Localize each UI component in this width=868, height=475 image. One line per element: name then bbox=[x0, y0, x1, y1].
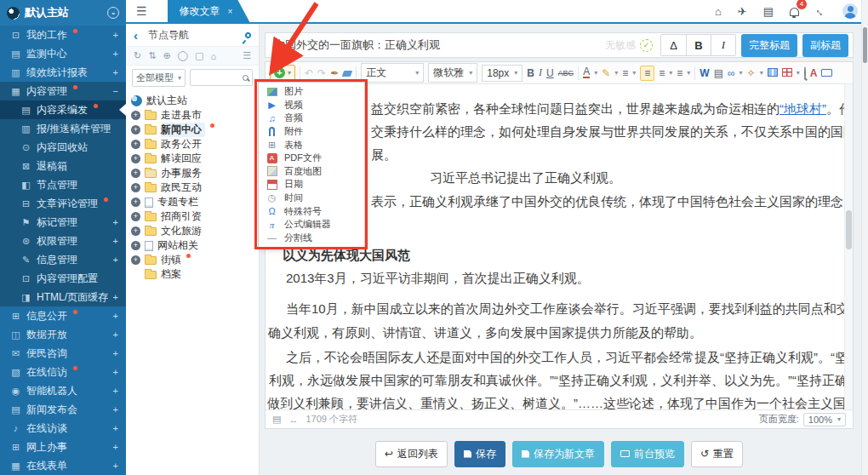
sidebar-item-online-services[interactable]: ⊞ 网上办事 + bbox=[0, 438, 126, 456]
menu-item-baidu-map[interactable]: 百度地图 bbox=[259, 165, 364, 179]
sort-icon[interactable]: ⇅ bbox=[148, 50, 156, 61]
sidebar-item-push-manuscript-management[interactable]: ▥ 报/推送稿件管理 bbox=[0, 119, 126, 138]
sidebar-item-smart-robot[interactable]: ◉ 智能机器人 + bbox=[0, 381, 126, 400]
sidebar-item-press-conference[interactable]: ▤ 新闻发布会 + bbox=[0, 400, 126, 419]
frontend-preview-button[interactable]: 前台预览 bbox=[611, 441, 684, 467]
tree-node-culture-tourism[interactable]: + 文化旅游 bbox=[131, 224, 255, 238]
fullscreen-icon[interactable]: ↔ bbox=[813, 3, 830, 20]
sidebar-item-my-work[interactable]: ⊡ 我的工作 + bbox=[0, 26, 126, 44]
menu-item-attachment[interactable]: 附件 bbox=[259, 125, 364, 139]
scroll-more-icon[interactable]: ▾ bbox=[835, 398, 839, 406]
word-import-icon[interactable]: W bbox=[700, 67, 709, 79]
columns-icon[interactable] bbox=[768, 67, 778, 79]
expand-icon[interactable]: + bbox=[131, 125, 140, 134]
bell-icon[interactable]: 4 bbox=[790, 5, 799, 18]
undo-icon[interactable]: ↶ bbox=[305, 67, 313, 79]
sidebar-item-monitoring-center[interactable]: ▤ 监测中心 + bbox=[0, 44, 126, 63]
expand-icon[interactable]: + bbox=[131, 241, 140, 250]
send-icon[interactable]: ✈ bbox=[738, 5, 747, 18]
page-width-select[interactable]: 100%▾ bbox=[803, 413, 846, 426]
table-icon[interactable] bbox=[782, 67, 792, 79]
sidebar-item-html-cache-generation[interactable]: ◨ HTML/页面缓存生成 + bbox=[0, 288, 126, 306]
expand-icon[interactable]: + bbox=[131, 183, 140, 192]
tree-node-gov-disclosure[interactable]: + 政务公开 bbox=[131, 137, 255, 152]
sidebar-item-content-management[interactable]: ▦ 内容管理 − bbox=[0, 82, 126, 100]
fullscreen-editor-icon[interactable] bbox=[821, 67, 832, 79]
title-italic-button[interactable]: I bbox=[711, 35, 735, 55]
sidebar-item-data-open[interactable]: ◫ 数据开放 + bbox=[0, 325, 126, 344]
format-clean-icon[interactable]: ✧ bbox=[747, 67, 756, 79]
back-to-list-button[interactable]: ↩返回列表 bbox=[375, 441, 448, 467]
menu-item-divider[interactable]: —分割线 bbox=[259, 232, 364, 245]
article-title-input[interactable] bbox=[274, 39, 605, 52]
font-color-button[interactable]: A bbox=[583, 67, 590, 78]
sidebar-item-rejected-box[interactable]: ⊠ 退稿箱 bbox=[0, 157, 126, 175]
sidebar-item-online-petition[interactable]: ▧ 在线信访 + bbox=[0, 363, 126, 381]
highlight-color-button[interactable]: ✎ bbox=[602, 67, 610, 79]
copy-icon[interactable]: ▢ bbox=[195, 50, 203, 61]
unordered-list-button[interactable]: ≡ bbox=[677, 67, 682, 79]
list-view-icon[interactable]: ☰ bbox=[243, 50, 251, 61]
pin-icon[interactable] bbox=[244, 31, 253, 39]
redo-icon[interactable]: ↷ bbox=[317, 67, 326, 79]
tree-node-news-center[interactable]: + 新闻中心 bbox=[131, 123, 255, 137]
menu-item-pdf[interactable]: APDF文件 bbox=[259, 152, 364, 165]
ordered-list-button[interactable]: ≡ bbox=[659, 67, 665, 79]
title-bold-button[interactable]: B bbox=[686, 35, 711, 55]
align-left-button[interactable]: ≡ bbox=[640, 66, 654, 81]
more-caret-icon[interactable]: ▾ bbox=[797, 69, 800, 77]
sidebar-item-content-recycle-bin[interactable]: ⊙ 内容回收站 bbox=[0, 138, 126, 157]
bold-button[interactable]: B bbox=[527, 67, 534, 79]
menu-item-video[interactable]: ▶视频 bbox=[259, 99, 364, 112]
site-view-icon[interactable]: ◯ bbox=[178, 50, 188, 61]
insert-dropdown-button[interactable]: + ▾ bbox=[270, 65, 295, 81]
scrollbar-thumb[interactable] bbox=[863, 27, 867, 63]
user-avatar[interactable] bbox=[842, 3, 858, 19]
tree-node-special-columns[interactable]: + 专题专栏 bbox=[131, 195, 255, 209]
full-title-button[interactable]: 完整标题 bbox=[741, 34, 797, 57]
underline-button[interactable]: U bbox=[546, 67, 554, 79]
subtitle-button[interactable]: 副标题 bbox=[802, 34, 848, 57]
sidebar-item-online-interview[interactable]: ♪ 在线访谈 + bbox=[0, 419, 126, 438]
news-icon[interactable]: ▤ bbox=[763, 5, 774, 18]
letter-a-icon[interactable]: A bbox=[810, 67, 818, 79]
scrollbar-thumb[interactable] bbox=[846, 210, 852, 249]
paste-icon[interactable]: ▤ bbox=[714, 67, 723, 79]
sidebar-item-online-form[interactable]: ▦ 在线表单 + bbox=[0, 456, 126, 475]
sidebar-item-article-comment-management[interactable]: ⊟ 文章评论管理 bbox=[0, 194, 126, 213]
sidebar-item-permission-management[interactable]: ⊛ 权限管理 + bbox=[0, 232, 126, 250]
tree-search-input[interactable] bbox=[190, 69, 253, 86]
tab-close-icon[interactable]: × bbox=[228, 7, 233, 16]
menu-item-table[interactable]: ⊞表格 bbox=[259, 138, 364, 152]
strikethrough-button[interactable]: ABC bbox=[558, 69, 574, 77]
earth-village-link[interactable]: “地球村” bbox=[779, 101, 826, 116]
collapse-menu-icon[interactable]: ☰ bbox=[136, 4, 147, 18]
menu-item-date[interactable]: 日期 bbox=[259, 178, 364, 192]
reset-button[interactable]: ↺重置 bbox=[691, 441, 743, 467]
sidebar-item-convenience-consult[interactable]: ✉ 便民咨询 + bbox=[0, 344, 126, 363]
refresh-icon[interactable]: ↻ bbox=[134, 50, 141, 61]
font-size-select[interactable]: 18px▾ bbox=[482, 65, 523, 82]
expand-icon[interactable]: + bbox=[131, 154, 140, 163]
expand-icon[interactable]: + bbox=[131, 111, 140, 120]
sidebar-item-info-management[interactable]: ✎ 信息管理 + bbox=[0, 250, 126, 269]
expand-icon[interactable]: + bbox=[131, 212, 140, 221]
element-path-icon[interactable]: ▤ bbox=[272, 414, 281, 425]
tree-node-streets[interactable]: + 街镇 bbox=[131, 253, 255, 267]
sidebar-item-tag-management[interactable]: ⚑ 标记管理 + bbox=[0, 213, 126, 232]
italic-button[interactable]: I bbox=[539, 66, 542, 79]
home-node-icon[interactable]: ⌂ bbox=[210, 51, 216, 61]
sidebar-item-content-management-config[interactable]: ⊡ 内容管理配置 bbox=[0, 269, 126, 288]
font-family-select[interactable]: 微软雅▾ bbox=[428, 63, 477, 83]
link-icon[interactable]: ∞ bbox=[728, 67, 735, 79]
chevron-down-icon[interactable]: ⌄ bbox=[107, 7, 119, 19]
editor-scrollbar[interactable] bbox=[844, 84, 853, 409]
model-filter-select[interactable]: 全部模型 ▾ bbox=[132, 69, 186, 87]
width-toggle-icon[interactable]: ↔ bbox=[288, 415, 298, 425]
expand-icon[interactable]: + bbox=[131, 255, 140, 265]
tab-edit-article[interactable]: 修改文章 × bbox=[168, 0, 250, 22]
save-as-new-button[interactable]: 保存为新文章 bbox=[512, 441, 604, 467]
page-scrollbar[interactable] bbox=[861, 0, 868, 475]
menu-item-formula-editor[interactable]: π公式编辑器 bbox=[259, 218, 364, 232]
collapse-panel-icon[interactable]: ‹ bbox=[134, 28, 138, 43]
